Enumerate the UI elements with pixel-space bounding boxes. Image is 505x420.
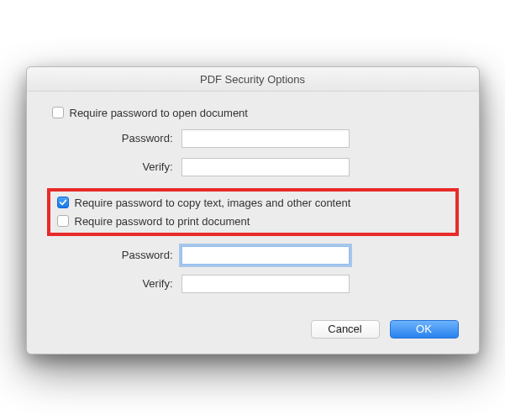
perm-verify-label: Verify: xyxy=(47,277,181,290)
highlight-annotation: Require password to copy text, images an… xyxy=(47,188,459,236)
perm-password-input[interactable] xyxy=(181,246,350,265)
dialog-content: Require password to open document Passwo… xyxy=(27,92,479,312)
copy-password-checkbox-row: Require password to copy text, images an… xyxy=(52,197,449,209)
open-password-checkbox-label[interactable]: Require password to open document xyxy=(70,107,248,119)
permissions-section: Require password to copy text, images an… xyxy=(47,188,459,293)
copy-password-checkbox[interactable] xyxy=(57,197,69,208)
perm-verify-field-row: Verify: xyxy=(47,275,459,293)
open-verify-label: Verify: xyxy=(47,160,181,173)
checkmark-icon xyxy=(59,198,67,207)
ok-button[interactable]: OK xyxy=(390,320,459,339)
open-password-checkbox-row: Require password to open document xyxy=(47,107,459,119)
open-verify-field-row: Verify: xyxy=(47,158,459,176)
print-password-checkbox[interactable] xyxy=(57,215,69,227)
open-password-input[interactable] xyxy=(181,129,350,148)
dialog-title: PDF Security Options xyxy=(27,67,479,92)
perm-verify-input[interactable] xyxy=(181,275,350,293)
print-password-checkbox-row: Require password to print document xyxy=(52,215,449,228)
print-password-checkbox-label[interactable]: Require password to print document xyxy=(75,215,250,228)
open-password-label: Password: xyxy=(47,132,181,144)
copy-password-checkbox-label[interactable]: Require password to copy text, images an… xyxy=(75,197,351,209)
open-password-field-row: Password: xyxy=(47,129,459,148)
open-verify-input[interactable] xyxy=(181,158,350,176)
dialog-buttons: Cancel OK xyxy=(27,312,479,339)
perm-password-label: Password: xyxy=(47,249,181,261)
pdf-security-dialog: PDF Security Options Require password to… xyxy=(26,66,480,354)
cancel-button[interactable]: Cancel xyxy=(311,320,380,339)
open-password-checkbox[interactable] xyxy=(52,107,64,118)
open-password-section: Require password to open document Passwo… xyxy=(47,107,459,176)
perm-password-field-row: Password: xyxy=(47,246,459,265)
